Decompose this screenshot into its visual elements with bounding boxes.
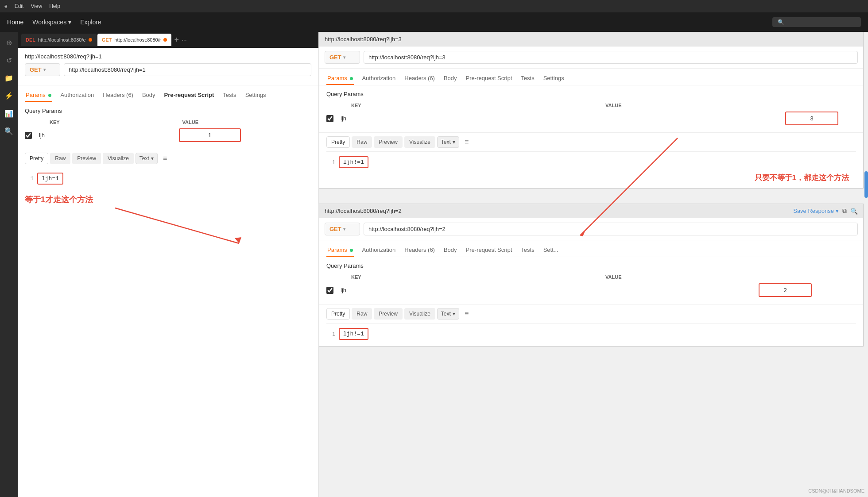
main-layout: ⊕ ↺ 📁 ⚡ 📊 🔍 DEL http://localhost:8080/e … [0,32,868,497]
panel-top-param-value[interactable] [785,112,838,125]
panel-bottom-tab-pre[interactable]: Pre-request Script [465,244,513,257]
request-url-title: http://localhost:8080/req?ljh=1 [25,53,311,60]
menu-item-view[interactable]: View [31,3,42,9]
req-tab-body[interactable]: Body [141,89,156,102]
tab-get[interactable]: GET http://localhost:8080/r [97,34,172,46]
menu-item-edit[interactable]: Edit [15,3,24,9]
svg-line-0 [115,208,239,243]
method-select[interactable]: GET ▾ [25,63,60,76]
scrollbar-track[interactable] [864,32,868,497]
panel-bottom-tab-body[interactable]: Body [443,244,458,257]
panel-bottom-tab-auth[interactable]: Authorization [361,244,396,257]
sidebar-icon-collection[interactable]: 📁 [2,71,16,85]
panel-top-tab-pre[interactable]: Pre-request Script [465,72,513,85]
req-tab-params[interactable]: Params [25,89,52,102]
panel-top-code-line: 1 ljh!=1 [326,155,856,169]
sidebar-icon-search[interactable]: 🔍 [2,124,16,138]
panel-top-value-header: VALUE [602,103,856,108]
panel-bottom-pretty-tab[interactable]: Pretty [326,308,350,320]
panel-bottom-preview-tab[interactable]: Preview [374,308,403,320]
req-tab-authorization[interactable]: Authorization [59,89,95,102]
panel-top-tab-settings[interactable]: Settings [542,72,565,85]
chevron-down-icon: ▾ [453,311,455,317]
param-key-input[interactable] [35,130,175,140]
panel-bottom-tab-settings[interactable]: Sett... [542,244,559,257]
body-tab-pretty[interactable]: Pretty [25,153,48,164]
panel-top-text-select[interactable]: Text ▾ [437,136,459,148]
nav-home[interactable]: Home [7,19,23,26]
code-area: 1 ljh=1 [25,172,311,185]
sidebar-icon-monitor[interactable]: 📊 [2,106,16,120]
search-icon[interactable]: 🔍 [850,208,858,215]
method-value: GET [30,66,42,73]
panel-top-preview-tab[interactable]: Preview [374,136,403,148]
panel-bottom-text-select[interactable]: Text ▾ [437,308,459,320]
params-value-header: VALUE [179,119,312,125]
chevron-down-icon: ▾ [151,155,154,162]
nav-explore[interactable]: Explore [80,19,101,26]
panel-bottom-raw-tab[interactable]: Raw [352,308,372,320]
param-checkbox[interactable] [25,132,32,139]
scrollbar-thumb[interactable] [864,171,868,198]
panel-bottom-param-checkbox[interactable] [326,287,333,294]
panel-bottom-param-value[interactable] [759,283,812,297]
panel-top-query-params: Query Params KEY VALUE [319,85,863,132]
chevron-down-icon: ▾ [343,227,345,231]
panel-top-tab-auth[interactable]: Authorization [361,72,396,85]
panel-top-tab-params[interactable]: Params [326,72,354,85]
panel-top-format-icon[interactable]: ≡ [465,138,469,146]
req-tab-pre-request[interactable]: Pre-request Script [163,89,215,102]
panel-bottom-param-key[interactable] [337,285,578,295]
panel-bottom-key-header: KEY [339,274,602,280]
sidebar-icon-history[interactable]: ↺ [2,53,16,67]
panel-top-tab-body[interactable]: Body [443,72,458,85]
tab-more-button[interactable]: ··· [182,36,187,43]
panel-top-url-input[interactable] [364,51,858,64]
panel-top-param-checkbox[interactable] [326,115,333,122]
body-tab-visualize[interactable]: Visualize [103,153,134,164]
menu-item-help[interactable]: Help [49,3,60,9]
panel-top-raw-tab[interactable]: Raw [352,136,372,148]
body-tab-preview[interactable]: Preview [72,153,101,164]
req-tab-tests[interactable]: Tests [222,89,237,102]
panel-bottom-visualize-tab[interactable]: Visualize [404,308,435,320]
sidebar-icon-api[interactable]: ⚡ [2,89,16,103]
panel-bottom-code-line: 1 ljh!=1 [326,327,856,341]
panel-top-pretty-tab[interactable]: Pretty [326,136,350,148]
panel-bottom-tab-params[interactable]: Params [326,244,354,257]
panel-bottom-method[interactable]: GET ▾ [325,223,360,235]
panel-top-qp-title: Query Params [326,91,856,97]
tab-del[interactable]: DEL http://localhost:8080/e [21,34,97,46]
text-format-select[interactable]: Text ▾ [136,153,158,164]
panel-top-tab-tests[interactable]: Tests [520,72,535,85]
panel-top-body-area: Pretty Raw Preview Visualize Text ▾ ≡ 1 … [319,132,863,188]
arrow-svg-left [18,204,266,257]
panel-top-line-num: 1 [326,159,335,166]
panel-top-visualize-tab[interactable]: Visualize [404,136,435,148]
sidebar-icon-new[interactable]: ⊕ [2,35,16,50]
panel-bottom-tab-headers[interactable]: Headers (6) [403,244,436,257]
panel-top-tab-headers[interactable]: Headers (6) [403,72,436,85]
body-tab-raw[interactable]: Raw [50,153,70,164]
panel-bottom-code-content: ljh!=1 [339,328,368,340]
panel-bottom-url-input[interactable] [364,223,858,235]
panel-top-title: http://localhost:8080/req?ljh=3 [325,36,402,42]
panel-bottom-tab-tests[interactable]: Tests [520,244,535,257]
copy-icon[interactable]: ⧉ [842,207,847,215]
param-value-input[interactable] [179,128,241,142]
params-table: KEY VALUE [25,118,311,144]
request-tabs: Params Authorization Headers (6) Body Pr… [18,85,318,102]
save-response-button[interactable]: Save Response ▾ [793,208,839,214]
req-tab-headers[interactable]: Headers (6) [102,89,134,102]
params-active-dot [48,94,51,97]
nav-workspaces[interactable]: Workspaces ▾ [32,19,71,26]
search-input[interactable] [772,17,861,27]
menu-item-e[interactable]: e [4,3,8,9]
req-tab-settings[interactable]: Settings [244,89,267,102]
tab-add-button[interactable]: + [174,35,179,45]
panel-top-method[interactable]: GET ▾ [325,51,360,64]
body-format-icon[interactable]: ≡ [163,154,167,162]
panel-bottom-format-icon[interactable]: ≡ [465,310,469,318]
url-input[interactable] [64,63,311,76]
panel-top-param-key[interactable] [337,113,591,123]
